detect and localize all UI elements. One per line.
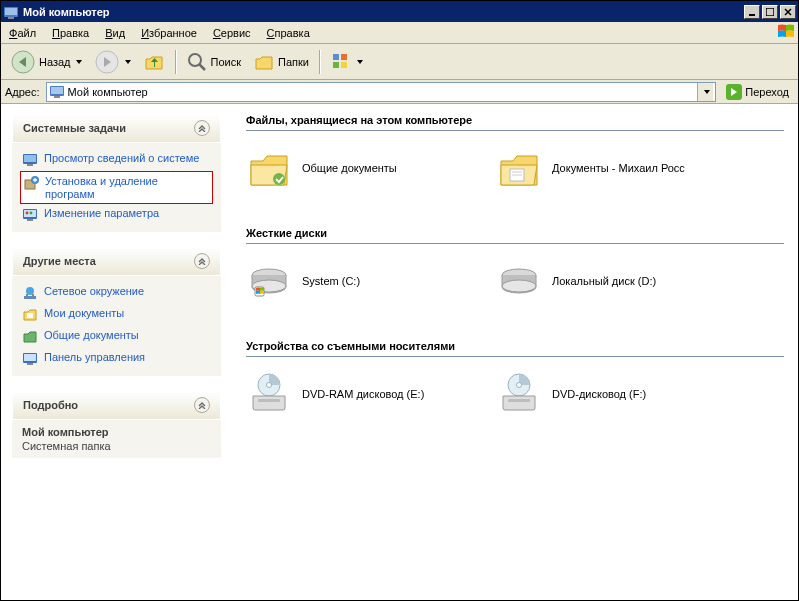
collapse-icon [194, 397, 210, 413]
svg-rect-29 [26, 294, 28, 297]
chevron-down-icon [76, 60, 82, 64]
group-header: Жесткие диски [246, 227, 784, 244]
place-my-documents[interactable]: Мои документы [20, 304, 213, 326]
panel-other-places: Другие места Сетевое окружение Мои докум… [11, 245, 222, 377]
group-files-on-computer: Файлы, хранящиеся на этом компьютере Общ… [246, 114, 784, 203]
address-bar: Адрес: Мой компьютер Переход [1, 80, 798, 104]
drive-d[interactable]: Локальный диск (D:) [496, 258, 746, 304]
go-icon [725, 83, 743, 101]
up-button[interactable] [138, 48, 170, 76]
drive-f-dvd[interactable]: DVD-дисковод (F:) [496, 371, 746, 417]
close-button[interactable] [780, 5, 796, 19]
svg-rect-2 [8, 17, 14, 19]
menu-view[interactable]: Вид [97, 24, 133, 42]
views-button[interactable] [325, 48, 368, 76]
content-pane: Файлы, хранящиеся на этом компьютере Общ… [232, 104, 798, 600]
item-shared-documents[interactable]: Общие документы [246, 145, 496, 191]
folders-button[interactable]: Папки [248, 48, 314, 76]
tasks-sidebar: Системные задачи Просмотр сведений о сис… [1, 104, 232, 600]
folder-shared-icon [246, 145, 292, 191]
drive-c[interactable]: System (C:) [246, 258, 496, 304]
hard-drive-icon [496, 258, 542, 304]
toolbar: Назад Поиск Папки [1, 44, 798, 80]
panel-details: Подробно Мой компьютер Системная папка [11, 389, 222, 459]
address-value: Мой компьютер [68, 86, 148, 98]
folder-user-icon [496, 145, 542, 191]
address-label: Адрес: [5, 86, 42, 98]
group-removable-storage: Устройства со съемными носителями DVD-RA… [246, 340, 784, 429]
drive-e-dvdram[interactable]: DVD-RAM дисковод (E:) [246, 371, 496, 417]
hard-drive-icon [246, 258, 292, 304]
chevron-down-icon [125, 60, 131, 64]
group-hard-drives: Жесткие диски System (C:) Локальный диск… [246, 227, 784, 316]
svg-rect-1 [5, 8, 17, 15]
window-title: Мой компьютер [23, 6, 742, 18]
task-add-remove-programs[interactable]: Установка и удаление программ [20, 171, 213, 204]
forward-button[interactable] [89, 46, 136, 78]
menu-file[interactable]: Файл [1, 24, 44, 42]
search-icon [186, 51, 208, 73]
svg-point-48 [517, 383, 522, 388]
svg-rect-34 [27, 363, 33, 365]
panel-system-tasks: Системные задачи Просмотр сведений о сис… [11, 112, 222, 233]
address-combo[interactable]: Мой компьютер [46, 82, 717, 102]
panel-head-system-tasks[interactable]: Системные задачи [12, 113, 221, 143]
maximize-button[interactable] [762, 5, 778, 19]
details-name: Мой компьютер [22, 426, 211, 438]
panel-head-other-places[interactable]: Другие места [12, 246, 221, 276]
toolbar-separator [175, 50, 176, 74]
shared-documents-icon [22, 329, 38, 345]
svg-rect-24 [27, 219, 33, 221]
svg-point-45 [267, 383, 272, 388]
address-dropdown-button[interactable] [697, 83, 713, 101]
place-control-panel[interactable]: Панель управления [20, 348, 213, 370]
system-menu-icon[interactable] [3, 4, 19, 20]
svg-rect-4 [766, 8, 774, 16]
back-button[interactable]: Назад [5, 46, 87, 78]
forward-icon [94, 49, 120, 75]
chevron-down-icon [704, 90, 710, 94]
svg-rect-18 [24, 155, 36, 162]
go-button[interactable]: Переход [720, 80, 794, 104]
svg-rect-33 [24, 354, 36, 361]
collapse-icon [194, 253, 210, 269]
svg-rect-10 [341, 54, 347, 60]
menu-tools[interactable]: Сервис [205, 24, 259, 42]
svg-point-25 [26, 212, 29, 215]
network-places-icon [22, 285, 38, 301]
svg-rect-15 [54, 96, 60, 98]
item-user-documents[interactable]: Документы - Михаил Росс [496, 145, 746, 191]
menu-help[interactable]: Справка [259, 24, 318, 42]
control-panel-icon [22, 351, 38, 367]
control-panel-icon [22, 207, 38, 223]
task-system-info[interactable]: Просмотр сведений о системе [20, 149, 213, 171]
svg-line-8 [199, 64, 205, 70]
minimize-button[interactable] [744, 5, 760, 19]
folders-icon [253, 51, 275, 73]
computer-icon [49, 84, 65, 100]
svg-rect-30 [32, 294, 34, 297]
folder-up-icon [143, 51, 165, 73]
menu-favorites[interactable]: Избранное [133, 24, 205, 42]
panel-head-details[interactable]: Подробно [12, 390, 221, 420]
svg-point-27 [26, 287, 34, 295]
collapse-icon [194, 120, 210, 136]
svg-point-26 [30, 212, 33, 215]
toolbar-separator [319, 50, 320, 74]
system-info-icon [22, 152, 38, 168]
svg-rect-11 [333, 62, 339, 68]
back-icon [10, 49, 36, 75]
details-type: Системная папка [22, 440, 211, 452]
svg-rect-46 [258, 399, 280, 402]
svg-rect-31 [27, 313, 33, 318]
svg-rect-12 [341, 62, 347, 68]
search-button[interactable]: Поиск [181, 48, 246, 76]
place-shared-documents[interactable]: Общие документы [20, 326, 213, 348]
place-network[interactable]: Сетевое окружение [20, 282, 213, 304]
chevron-down-icon [357, 60, 363, 64]
task-change-setting[interactable]: Изменение параметра [20, 204, 213, 226]
views-icon [330, 51, 352, 73]
menu-edit[interactable]: Правка [44, 24, 97, 42]
svg-rect-14 [51, 87, 63, 94]
svg-point-43 [502, 280, 536, 292]
